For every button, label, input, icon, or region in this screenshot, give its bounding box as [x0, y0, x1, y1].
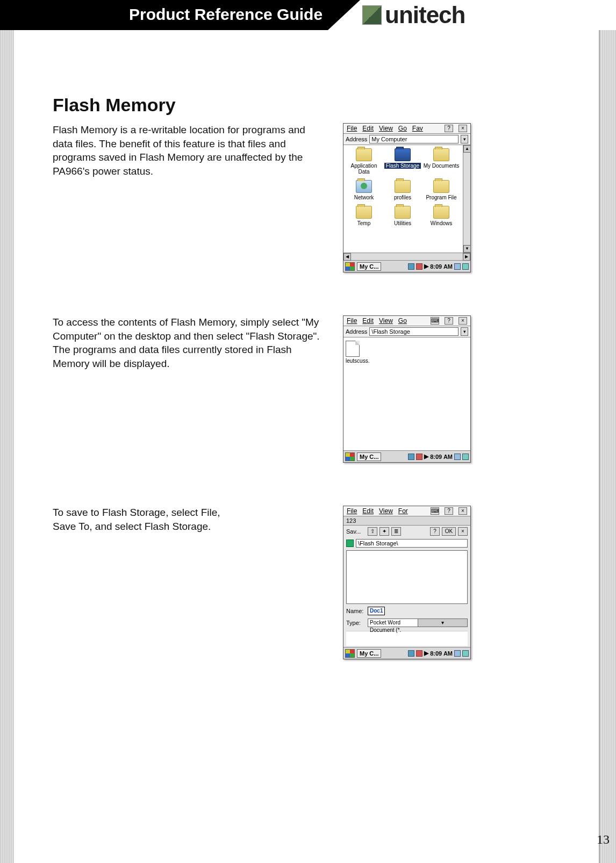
folder-icon [356, 180, 372, 193]
folder-label: Temp [346, 220, 382, 226]
close-button[interactable]: × [459, 125, 467, 132]
dialog-footer-blank [346, 631, 468, 646]
folder-item[interactable]: profiles [384, 180, 421, 200]
task-button[interactable]: My C... [357, 452, 381, 461]
address-dropdown[interactable]: ▾ [461, 327, 468, 336]
screenshot-my-computer: File Edit View Go Fav ? × Address ▾ [343, 123, 471, 272]
tray-kbd-icon[interactable] [454, 454, 461, 460]
help-button[interactable]: ? [445, 125, 453, 132]
folder-label: Windows [423, 220, 460, 226]
kbd-button[interactable]: ⌨ [431, 507, 439, 515]
menu-file[interactable]: File [347, 125, 357, 132]
menu-edit[interactable]: Edit [362, 317, 374, 325]
folder-item[interactable]: Network [346, 180, 382, 200]
task-button[interactable]: My C... [357, 649, 381, 658]
folder-item[interactable]: Windows [423, 206, 460, 226]
header-title: Product Reference Guide [129, 5, 323, 24]
menu-file[interactable]: File [347, 507, 357, 515]
folder-item[interactable]: Program File [423, 180, 460, 200]
save-toolbar-row: Sav... ⇧ ✦ ≣ ? OK × [343, 526, 470, 537]
scroll-down-icon[interactable]: ▼ [463, 245, 471, 253]
menu-file[interactable]: File [347, 317, 357, 325]
address-input[interactable] [369, 135, 459, 143]
menu-view[interactable]: View [379, 125, 393, 132]
menu-view[interactable]: View [379, 507, 393, 515]
screenshot-flash-storage: File Edit View Go ⌨ ? × Address ▾ [343, 315, 471, 463]
close-button[interactable]: × [458, 527, 468, 536]
menu-go[interactable]: Go [398, 317, 407, 325]
scrollbar-vertical[interactable]: ▲ ▼ [463, 145, 470, 253]
task-button[interactable]: My C... [357, 262, 381, 271]
taskbar-clock: 8:09 AM [430, 263, 453, 270]
tray-icon[interactable] [416, 650, 422, 657]
folder-icon [433, 206, 449, 219]
folder-icon [395, 206, 411, 219]
tray-desktop-icon[interactable] [462, 454, 469, 460]
start-button-icon[interactable] [345, 262, 355, 271]
path-input[interactable] [356, 539, 468, 548]
help-button[interactable]: ? [445, 507, 453, 515]
folder-label: Utilities [384, 220, 421, 226]
type-row: Type: Pocket Word Document (*. ▾ [343, 617, 470, 629]
tray-sound-icon[interactable]: ▶ [424, 650, 428, 657]
tray-icon[interactable] [408, 454, 414, 460]
file-item[interactable]: leutscuss. [346, 341, 378, 364]
start-button-icon[interactable] [345, 452, 355, 461]
chevron-down-icon[interactable]: ▾ [418, 619, 468, 627]
file-icon [346, 341, 360, 357]
page-body: Flash Memory Flash Memory is a re-writab… [14, 30, 600, 863]
folder-label: Program File [423, 195, 460, 200]
tray-icon[interactable] [408, 650, 414, 657]
kbd-button[interactable]: ⌨ [431, 317, 439, 325]
list-view-button[interactable]: ≣ [391, 527, 401, 536]
tray-desktop-icon[interactable] [462, 263, 469, 270]
scroll-left-icon[interactable]: ◀ [343, 253, 351, 261]
up-folder-button[interactable]: ⇧ [368, 527, 377, 536]
scrollbar-horizontal[interactable]: ◀ ▶ [343, 253, 470, 260]
help-button[interactable]: ? [430, 527, 440, 536]
close-button[interactable]: × [459, 317, 467, 325]
scroll-up-icon[interactable]: ▲ [463, 145, 471, 153]
path-icon [346, 540, 354, 547]
close-button[interactable]: × [459, 507, 467, 515]
folder-item[interactable]: Temp [346, 206, 382, 226]
help-button[interactable]: ? [445, 317, 453, 325]
address-input[interactable] [369, 327, 459, 336]
folder-icon [433, 180, 449, 193]
new-folder-button[interactable]: ✦ [379, 527, 389, 536]
menu-fav[interactable]: Fav [412, 125, 423, 132]
scroll-right-icon[interactable]: ▶ [463, 253, 470, 261]
address-bar: Address ▾ [343, 134, 470, 145]
tray-kbd-icon[interactable] [454, 650, 461, 657]
system-tray: ▶ 8:09 AM [408, 650, 469, 657]
menu-for[interactable]: For [398, 507, 408, 515]
folder-item[interactable]: My Documents [423, 148, 460, 175]
menu-view[interactable]: View [379, 317, 393, 325]
tray-icon[interactable] [408, 263, 414, 270]
ok-button[interactable]: OK [442, 527, 456, 536]
folder-icon [395, 148, 411, 161]
tray-desktop-icon[interactable] [462, 650, 469, 657]
folder-item[interactable]: Utilities [384, 206, 421, 226]
start-button-icon[interactable] [345, 649, 355, 658]
type-value: Pocket Word Document (*. [368, 619, 418, 627]
address-dropdown[interactable]: ▾ [461, 135, 468, 143]
header-brand: unitech [360, 0, 616, 30]
menu-edit[interactable]: Edit [362, 125, 374, 132]
folder-item[interactable]: Application Data [346, 148, 382, 175]
menubar: File Edit View Go ⌨ ? × [343, 316, 470, 326]
tray-icon[interactable] [416, 454, 422, 460]
path-row [343, 537, 470, 549]
tray-kbd-icon[interactable] [454, 263, 461, 270]
type-dropdown[interactable]: Pocket Word Document (*. ▾ [368, 619, 468, 627]
tray-sound-icon[interactable]: ▶ [424, 453, 428, 460]
menu-edit[interactable]: Edit [362, 507, 374, 515]
folder-item[interactable]: Flash Storage [384, 148, 421, 175]
folder-label: Flash Storage [384, 163, 421, 169]
type-label: Type: [346, 620, 366, 626]
menu-go[interactable]: Go [398, 125, 407, 132]
name-input[interactable]: Doc1 [368, 607, 385, 615]
file-list-pane[interactable] [346, 550, 468, 604]
tray-sound-icon[interactable]: ▶ [424, 263, 428, 270]
tray-icon[interactable] [416, 263, 422, 270]
